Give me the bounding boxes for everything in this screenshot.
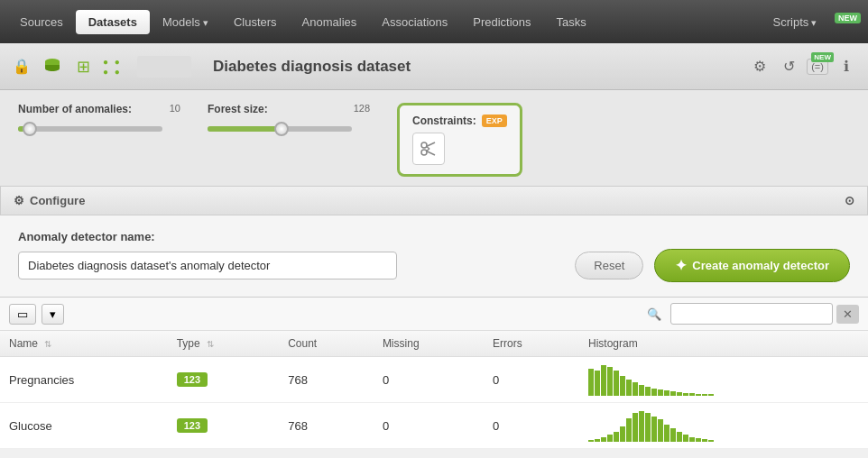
row-glucose-count: 768 [279, 403, 374, 449]
row-pregnancies-histogram [579, 357, 868, 403]
col-histogram: Histogram [579, 331, 868, 357]
scissors-icon [419, 139, 439, 159]
scripts-new-badge: NEW [835, 13, 861, 23]
navbar: Sources Datasets Models Clusters Anomali… [0, 0, 868, 43]
exp-badge: EXP [482, 114, 507, 127]
forest-group: Forest size: 128 [208, 103, 370, 132]
name-sort-icon[interactable]: ⇅ [44, 339, 51, 349]
row-glucose-name: Glucose [0, 403, 168, 449]
table-header-row: Name ⇅ Type ⇅ Count Missing Errors Histo… [0, 331, 868, 357]
table-toolbar: ▭ ▾ 🔍 ✕ [0, 298, 868, 331]
col-missing: Missing [374, 331, 484, 357]
type-badge-glucose: 123 [177, 418, 208, 433]
detector-row: Reset ✦ Create anomaly detector [18, 249, 850, 282]
dropdown-arrow-icon: ▾ [50, 307, 56, 321]
forest-slider[interactable] [208, 126, 352, 132]
constraints-scissors-button[interactable] [412, 133, 445, 165]
anomalies-label: Number of anomalies: [18, 103, 132, 115]
nav-associations[interactable]: Associations [369, 10, 460, 34]
toolbar-new-badge: NEW [811, 52, 834, 62]
table-area: ▭ ▾ 🔍 ✕ Name ⇅ Type ⇅ Count Missing [0, 298, 868, 449]
type-badge-pregnancies: 123 [177, 372, 208, 387]
detector-form: Anomaly detector name: Reset ✦ Create an… [0, 215, 868, 298]
anomalies-slider[interactable] [18, 126, 162, 132]
col-type: Type ⇅ [168, 331, 279, 357]
create-button-icon: ✦ [675, 257, 687, 274]
constraints-header: Constraints: EXP [412, 114, 507, 127]
grid-icon[interactable]: ⊞ [72, 56, 94, 78]
expand-button[interactable]: ▭ [9, 304, 36, 325]
configure-chevron-icon: ⊙ [845, 194, 854, 207]
svg-line-3 [427, 142, 436, 147]
svg-line-6 [427, 149, 430, 151]
table-row: Pregnancies 123 768 0 0 [0, 357, 868, 403]
search-input[interactable] [670, 303, 833, 325]
table-row: Glucose 123 768 0 0 [0, 403, 868, 449]
nav-tasks[interactable]: Tasks [544, 10, 599, 34]
col-name: Name ⇅ [0, 331, 168, 357]
detector-name-input[interactable] [18, 252, 397, 279]
type-sort-icon[interactable]: ⇅ [207, 339, 214, 349]
row-glucose-errors: 0 [484, 403, 579, 449]
database-icon[interactable] [42, 56, 63, 78]
forest-slider-fill [208, 126, 280, 132]
nav-clusters[interactable]: Clusters [221, 10, 290, 34]
toolbar-actions: ⚙ ↺ (=) NEW ℹ [749, 56, 857, 78]
nav-scripts[interactable]: Scripts NEW [761, 10, 861, 34]
constraints-label: Constraints: [412, 114, 476, 127]
configure-gear-icon: ⚙ [14, 194, 24, 207]
dropdown-button[interactable]: ▾ [42, 304, 64, 325]
row-glucose-histogram [579, 403, 868, 449]
detector-name-label: Anomaly detector name: [18, 230, 850, 243]
anomalies-slider-thumb[interactable] [23, 122, 37, 136]
data-table: Name ⇅ Type ⇅ Count Missing Errors Histo… [0, 331, 868, 449]
toolbar: 🔒 ⊞ ● ● ● ● Diabetes diagnosis dataset ⚙… [0, 43, 868, 90]
search-clear-button[interactable]: ✕ [836, 305, 859, 324]
nav-predictions[interactable]: Predictions [460, 10, 543, 34]
forest-slider-thumb[interactable] [274, 122, 289, 136]
row-pregnancies-missing: 0 [374, 357, 484, 403]
search-icon: 🔍 [642, 305, 667, 324]
create-button-label: Create anomaly detector [692, 259, 829, 272]
search-area: 🔍 ✕ [642, 303, 859, 325]
row-glucose-type: 123 [168, 403, 279, 449]
row-glucose-missing: 0 [374, 403, 484, 449]
col-errors: Errors [484, 331, 579, 357]
row-pregnancies-type: 123 [168, 357, 279, 403]
row-pregnancies-count: 768 [279, 357, 374, 403]
dots-icon: ● ● ● ● [103, 56, 125, 78]
anomalies-group: Number of anomalies: 10 [18, 103, 180, 132]
svg-line-4 [427, 151, 436, 156]
settings-icon[interactable]: ⚙ [749, 56, 771, 78]
page-title: Diabetes diagnosis dataset [213, 58, 411, 76]
equals-icon[interactable]: (=) NEW [807, 56, 828, 78]
nav-sources[interactable]: Sources [7, 10, 76, 34]
configure-label: Configure [30, 194, 85, 207]
constraints-box: Constraints: EXP [397, 103, 522, 177]
info-icon[interactable]: ℹ [836, 56, 857, 78]
refresh-icon[interactable]: ↺ [778, 56, 799, 78]
forest-label: Forest size: [208, 103, 268, 115]
forest-value: 128 [354, 103, 370, 115]
anomalies-value: 10 [170, 103, 180, 115]
expand-icon: ▭ [17, 307, 28, 321]
lock-icon: 🔒 [11, 56, 32, 78]
nav-anomalies[interactable]: Anomalies [290, 10, 370, 34]
config-area: Number of anomalies: 10 Forest size: 128… [0, 90, 868, 187]
nav-scripts-label[interactable]: Scripts [761, 10, 830, 34]
row-pregnancies-errors: 0 [484, 357, 579, 403]
nav-models[interactable]: Models [150, 10, 221, 34]
nav-datasets[interactable]: Datasets [76, 10, 150, 34]
col-count: Count [279, 331, 374, 357]
reset-button[interactable]: Reset [575, 252, 643, 279]
waveform-icon [137, 56, 191, 78]
configure-bar[interactable]: ⚙ Configure ⊙ [0, 187, 868, 215]
row-pregnancies-name: Pregnancies [0, 357, 168, 403]
create-anomaly-detector-button[interactable]: ✦ Create anomaly detector [654, 249, 850, 282]
